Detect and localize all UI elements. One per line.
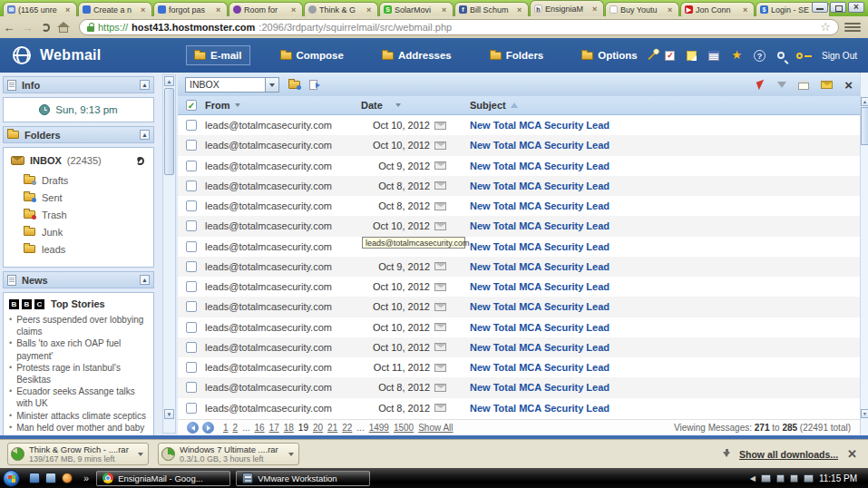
next-page-icon[interactable] (202, 422, 214, 434)
tab-close-icon[interactable]: × (291, 6, 298, 14)
browser-tab[interactable]: Room for × (229, 2, 303, 16)
volume-icon[interactable] (804, 474, 814, 483)
close-download-bar-icon[interactable]: ✕ (847, 447, 857, 461)
minimize-icon[interactable] (812, 2, 828, 13)
forward-message-icon[interactable] (309, 80, 317, 90)
help-icon[interactable]: ? (754, 50, 766, 62)
row-checkbox[interactable] (186, 342, 197, 353)
mail-row[interactable]: leads@totalmcasecurity.com Oct 9, 2012 N… (178, 156, 860, 176)
scroll-up-icon[interactable]: ▲ (164, 76, 174, 86)
scroll-up-icon[interactable]: ▲ (861, 97, 868, 106)
news-headline[interactable]: • Protests rage in Istanbul's Besiktas (9, 362, 150, 386)
mailbox-select[interactable]: INBOX (185, 77, 279, 93)
mail-subject-link[interactable]: New Total MCA Security Lead (470, 403, 610, 414)
column-subject[interactable]: Subject (470, 100, 860, 111)
mail-subject-link[interactable]: New Total MCA Security Lead (470, 281, 610, 292)
page-link[interactable]: 1499 (369, 423, 389, 433)
back-icon[interactable]: ← (0, 21, 18, 34)
closed-envelope-icon[interactable] (821, 81, 833, 89)
mail-subject-link[interactable]: New Total MCA Security Lead (470, 241, 610, 252)
tab-close-icon[interactable]: × (65, 6, 73, 14)
mail-row[interactable]: leads@totalmcasecurity.com Oct 10, 2012 … (178, 115, 860, 135)
browser-tab[interactable]: h EnsigniaM × (530, 0, 604, 16)
page-link[interactable]: 16 (254, 423, 264, 433)
scroll-down-icon[interactable]: ▼ (861, 409, 868, 418)
collapse-icon[interactable]: ▲ (140, 130, 150, 140)
folder-item[interactable]: leads (11, 240, 148, 258)
row-checkbox[interactable] (186, 220, 197, 231)
row-checkbox[interactable] (186, 120, 197, 131)
collapse-icon[interactable]: ▲ (140, 275, 150, 285)
mail-subject-link[interactable]: New Total MCA Security Lead (470, 261, 610, 272)
nav-item[interactable]: Options (573, 45, 645, 65)
mail-subject-link[interactable]: New Total MCA Security Lead (470, 200, 610, 211)
mail-subject-link[interactable]: New Total MCA Security Lead (470, 220, 610, 231)
reload-icon[interactable] (42, 24, 50, 32)
nav-item[interactable]: Addresses (374, 45, 460, 65)
row-checkbox[interactable] (186, 382, 197, 393)
tab-close-icon[interactable]: × (743, 6, 750, 14)
chevron-down-icon[interactable] (265, 78, 278, 92)
mail-subject-link[interactable]: New Total MCA Security Lead (470, 322, 610, 333)
chevron-down-icon[interactable] (288, 453, 294, 456)
browser-menu-icon[interactable] (844, 21, 861, 34)
browser-tab[interactable]: ▶ Jon Conn × (680, 2, 755, 16)
collapse-icon[interactable]: ▲ (140, 80, 150, 90)
news-headline[interactable]: • Man held over mother and baby murder (9, 422, 150, 435)
sign-out-link[interactable]: Sign Out (822, 51, 857, 61)
down-arrow-icon[interactable] (777, 82, 786, 88)
taskbar-button[interactable]: EnsigniaMail - Goog... (96, 471, 230, 486)
browser-quicklaunch-icon[interactable] (62, 473, 73, 483)
page-link[interactable]: ... (356, 423, 364, 433)
column-from[interactable]: From (205, 100, 361, 111)
browser-tab[interactable]: Buy Youtu × (605, 2, 679, 16)
folder-inbox[interactable]: INBOX (22435) (11, 155, 148, 166)
mail-row[interactable]: leads@totalmcasecurity.com Oct 11, 2012 … (178, 357, 860, 377)
scrollbar-thumb[interactable] (861, 107, 868, 145)
start-button-icon[interactable] (3, 470, 20, 487)
display-icon[interactable] (761, 474, 771, 483)
nav-item[interactable]: Folders (482, 45, 552, 65)
row-checkbox[interactable] (186, 181, 197, 191)
row-checkbox[interactable] (186, 161, 197, 171)
nav-item[interactable]: E-mail (186, 45, 250, 65)
taskbar-button[interactable]: VMware Workstation (236, 471, 370, 486)
notes-icon[interactable] (687, 51, 697, 61)
mail-subject-link[interactable]: New Total MCA Security Lead (470, 120, 610, 131)
mail-row[interactable]: leads@totalmcasecurity.com Oct 8, 2012 N… (178, 377, 860, 397)
scroll-down-icon[interactable]: ▼ (164, 409, 174, 419)
mail-row[interactable]: leads@totalmcasecurity.com Oct 8, 2012 N… (178, 398, 860, 418)
download-item[interactable]: Think & Grow Rich - ....rar 139/167 MB, … (7, 443, 149, 465)
mail-row[interactable]: leads@totalmcasecurity.com Oct 10, 2012 … (178, 297, 860, 317)
main-scrollbar[interactable]: ▲ ▼ (860, 73, 868, 435)
row-checkbox[interactable] (186, 362, 197, 373)
browser-tab[interactable]: Create a n × (78, 2, 152, 16)
news-headline[interactable]: • Ecuador seeks Assange talks with UK (9, 386, 150, 409)
news-headline[interactable]: • Balls 'to axe rich OAP fuel payment' (9, 337, 150, 361)
key-icon[interactable] (796, 53, 803, 59)
sidebar-scrollbar[interactable]: ▲ ▼ (162, 74, 176, 434)
open-envelope-icon[interactable] (798, 83, 809, 90)
calendar-icon[interactable] (708, 51, 719, 61)
scrollbar-thumb[interactable] (164, 88, 174, 175)
wand-icon[interactable] (649, 51, 657, 59)
news-headline[interactable]: • Minister attacks climate sceptics (9, 410, 150, 422)
page-link[interactable]: Show All (418, 423, 453, 433)
page-link[interactable]: 18 (284, 423, 294, 433)
flag-icon[interactable] (756, 79, 767, 90)
close-window-icon[interactable] (848, 2, 864, 13)
page-link[interactable]: 2 (233, 423, 239, 433)
tab-close-icon[interactable]: × (216, 6, 223, 14)
tab-close-icon[interactable]: × (668, 6, 675, 14)
browser-tab[interactable]: ✉ (1165 unre × (3, 2, 77, 16)
news-panel-header[interactable]: News ▲ (3, 271, 154, 288)
show-desktop-icon[interactable] (29, 473, 40, 483)
browser-tab[interactable]: Think & G × (304, 2, 378, 16)
mail-subject-link[interactable]: New Total MCA Security Lead (470, 301, 610, 312)
folder-item[interactable]: Sent (11, 189, 148, 206)
mail-row[interactable]: leads@totalmcasecurity.com Oct 10, 2012 … (178, 337, 860, 357)
search-icon[interactable] (777, 52, 785, 59)
show-all-downloads-link[interactable]: Show all downloads... (739, 449, 838, 460)
tab-close-icon[interactable]: × (442, 6, 449, 14)
mail-row[interactable]: leads@totalmcasecurity.com Oct 9, 2012 N… (178, 257, 860, 277)
